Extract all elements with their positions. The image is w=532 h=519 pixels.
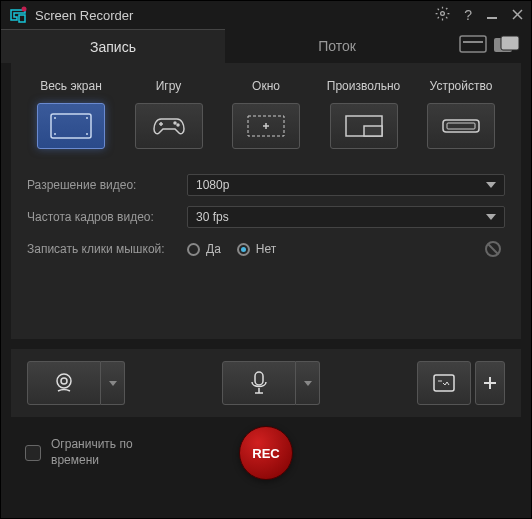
svg-rect-5	[460, 36, 486, 52]
resolution-label: Разрешение видео:	[27, 178, 187, 192]
resolution-value: 1080p	[196, 178, 229, 192]
mouseclicks-yes-radio[interactable]: Да	[187, 242, 221, 256]
tab-stream[interactable]: Поток	[225, 29, 449, 63]
svg-rect-24	[447, 123, 475, 129]
chevron-down-icon	[486, 214, 496, 220]
help-icon[interactable]: ?	[464, 7, 472, 23]
svg-point-11	[86, 117, 88, 119]
resolution-select[interactable]: 1080p	[187, 174, 505, 196]
fullwindow-icon[interactable]	[459, 35, 487, 57]
svg-rect-28	[434, 375, 454, 391]
mode-game-label: Игру	[125, 79, 213, 93]
mode-fullscreen-label: Весь экран	[27, 79, 115, 93]
chevron-down-icon	[304, 381, 312, 386]
mode-window-button[interactable]	[232, 103, 300, 149]
framerate-select[interactable]: 30 fps	[187, 206, 505, 228]
minimize-icon[interactable]	[486, 6, 498, 24]
svg-point-17	[177, 124, 179, 126]
mouseclicks-label: Записать клики мышкой:	[27, 242, 187, 256]
mode-custom-button[interactable]	[330, 103, 398, 149]
microphone-dropdown[interactable]	[296, 361, 320, 405]
record-button[interactable]: REC	[239, 426, 293, 480]
svg-rect-22	[364, 126, 382, 136]
svg-rect-8	[501, 36, 519, 50]
svg-point-25	[57, 374, 71, 388]
chevron-down-icon	[486, 182, 496, 188]
dualwindow-icon[interactable]	[493, 35, 521, 57]
framerate-value: 30 fps	[196, 210, 229, 224]
limit-time-label: Ограничить по времени	[51, 437, 161, 468]
chevron-down-icon	[109, 381, 117, 386]
svg-point-10	[54, 117, 56, 119]
mode-game-button[interactable]	[135, 103, 203, 149]
close-icon[interactable]	[512, 6, 523, 24]
radio-yes-label: Да	[206, 242, 221, 256]
app-title: Screen Recorder	[35, 8, 435, 23]
webcam-dropdown[interactable]	[101, 361, 125, 405]
svg-rect-6	[463, 41, 483, 43]
mode-device-button[interactable]	[427, 103, 495, 149]
microphone-button[interactable]	[222, 361, 296, 405]
mode-fullscreen-button[interactable]	[37, 103, 105, 149]
overlay-button[interactable]	[417, 361, 471, 405]
svg-rect-27	[255, 372, 263, 385]
svg-point-0	[22, 7, 27, 12]
radio-icon	[187, 243, 200, 256]
blocked-icon	[485, 241, 501, 257]
radio-no-label: Нет	[256, 242, 276, 256]
app-logo	[9, 6, 27, 24]
svg-rect-23	[443, 120, 479, 132]
add-overlay-button[interactable]	[475, 361, 505, 405]
svg-point-26	[61, 378, 67, 384]
svg-point-1	[441, 11, 445, 15]
framerate-label: Частота кадров видео:	[27, 210, 187, 224]
tab-record[interactable]: Запись	[1, 29, 225, 63]
radio-icon	[237, 243, 250, 256]
svg-point-12	[54, 133, 56, 135]
webcam-button[interactable]	[27, 361, 101, 405]
mode-custom-label: Произвольно	[320, 79, 408, 93]
limit-time-checkbox[interactable]	[25, 445, 41, 461]
mode-window-label: Окно	[222, 79, 310, 93]
mode-device-label: Устройство	[417, 79, 505, 93]
mouseclicks-no-radio[interactable]: Нет	[237, 242, 276, 256]
settings-icon[interactable]	[435, 6, 450, 25]
svg-rect-9	[51, 114, 91, 138]
svg-point-16	[174, 122, 176, 124]
svg-point-13	[86, 133, 88, 135]
